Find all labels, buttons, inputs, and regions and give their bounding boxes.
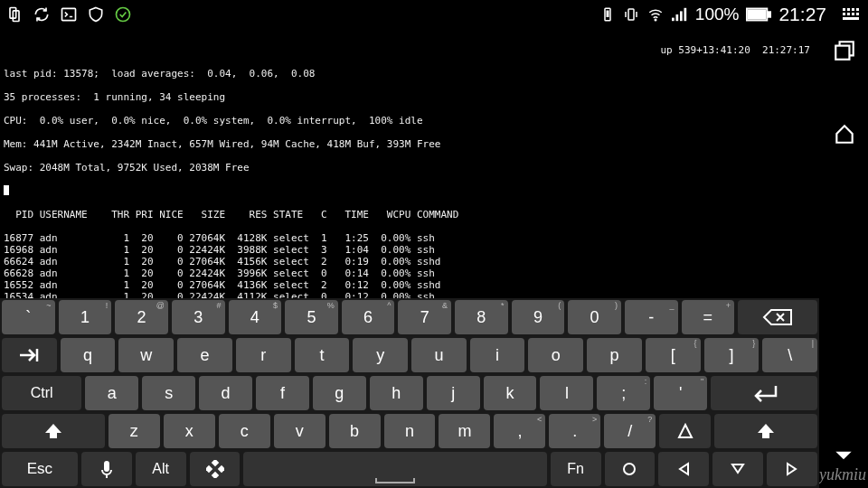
- right-key[interactable]: [767, 452, 817, 486]
- svg-point-30: [624, 464, 635, 474]
- terminal-icon: [60, 5, 78, 23]
- process-row: 16877 adn 1 20 0 27064K 4128K select 1 1…: [4, 232, 814, 244]
- key-u[interactable]: u: [411, 338, 467, 372]
- fn-key[interactable]: Fn: [551, 452, 601, 486]
- key-'[interactable]: "': [654, 376, 707, 410]
- key-f[interactable]: f: [256, 376, 309, 410]
- process-row: 16968 adn 1 20 0 22424K 3988K select 3 1…: [4, 244, 814, 256]
- space-key[interactable]: [243, 452, 546, 486]
- battery-icon: [746, 7, 771, 22]
- on-screen-keyboard: ~`!1@2#3$4%5^6&7*8(9)0_-+= qwertyuiop{[}…: [0, 298, 819, 488]
- vibrate-icon: [623, 6, 639, 23]
- backspace-key[interactable]: [738, 300, 817, 334]
- key-x[interactable]: x: [164, 414, 215, 448]
- key-v[interactable]: v: [274, 414, 326, 448]
- key--[interactable]: _-: [625, 300, 678, 334]
- key-/[interactable]: ?/: [604, 414, 656, 448]
- uptime-text: up 539+13:41:20 21:27:17: [4, 44, 814, 56]
- phone-vibrate-icon: [599, 6, 616, 23]
- key-d[interactable]: d: [199, 376, 252, 410]
- tab-key[interactable]: [2, 338, 57, 372]
- key-6[interactable]: ^6: [342, 300, 395, 334]
- svg-rect-29: [211, 472, 218, 478]
- menu-key[interactable]: [190, 452, 241, 486]
- svg-rect-5: [606, 11, 609, 18]
- key-`[interactable]: ~`: [2, 300, 55, 334]
- up-key[interactable]: [659, 414, 711, 448]
- watermark: yukmiu: [819, 465, 866, 484]
- key-5[interactable]: %5: [285, 300, 338, 334]
- ctrl-key[interactable]: Ctrl: [2, 376, 81, 410]
- key-m[interactable]: m: [439, 414, 490, 448]
- circle-key[interactable]: [605, 452, 656, 486]
- key-.[interactable]: >.: [549, 414, 600, 448]
- esc-key[interactable]: Esc: [2, 452, 78, 486]
- key-,[interactable]: <,: [494, 414, 545, 448]
- key-n[interactable]: n: [384, 414, 436, 448]
- key-e[interactable]: e: [177, 338, 232, 372]
- key-b[interactable]: b: [329, 414, 381, 448]
- system-sidebar: [821, 33, 868, 148]
- battery-percent: 100%: [695, 5, 740, 24]
- svg-rect-11: [684, 8, 686, 21]
- key-=[interactable]: +=: [682, 300, 735, 334]
- key-z[interactable]: z: [108, 414, 160, 448]
- enter-key[interactable]: [711, 376, 817, 410]
- key-j[interactable]: j: [427, 376, 480, 410]
- key-c[interactable]: c: [219, 414, 270, 448]
- process-row: 66628 adn 1 20 0 22424K 3996K select 0 0…: [4, 267, 814, 279]
- key-3[interactable]: #3: [172, 300, 225, 334]
- status-left: [5, 5, 132, 23]
- key-][interactable]: }]: [704, 338, 760, 372]
- key-[[interactable]: {[: [646, 338, 701, 372]
- home-button[interactable]: [830, 119, 859, 148]
- key-h[interactable]: h: [370, 376, 423, 410]
- keyboard-toggle-icon[interactable]: [843, 8, 863, 21]
- svg-rect-19: [843, 13, 845, 15]
- key-8[interactable]: *8: [455, 300, 508, 334]
- key-2[interactable]: @2: [115, 300, 168, 334]
- process-row: 66624 adn 1 20 0 27064K 4156K select 2 0…: [4, 256, 814, 267]
- key-k[interactable]: k: [484, 376, 537, 410]
- shift-right-key[interactable]: [714, 414, 817, 448]
- svg-point-7: [655, 19, 656, 21]
- key-4[interactable]: $4: [229, 300, 282, 334]
- mic-key[interactable]: [81, 452, 132, 486]
- shift-left-key[interactable]: [2, 414, 105, 448]
- key-a[interactable]: a: [85, 376, 138, 410]
- status-right: 100% 21:27: [599, 4, 863, 25]
- key-w[interactable]: w: [118, 338, 174, 372]
- svg-rect-2: [62, 8, 76, 20]
- key-9[interactable]: (9: [512, 300, 565, 334]
- down-key[interactable]: [712, 452, 763, 486]
- svg-rect-22: [856, 13, 859, 15]
- key-\[interactable]: |\: [762, 338, 817, 372]
- shield-icon: [87, 5, 105, 23]
- svg-rect-10: [680, 11, 683, 21]
- svg-rect-13: [769, 12, 771, 17]
- svg-rect-27: [206, 465, 212, 473]
- term-line: Mem: 441M Active, 2342M Inact, 657M Wire…: [4, 138, 814, 150]
- key-s[interactable]: s: [142, 376, 195, 410]
- recent-apps-button[interactable]: [830, 36, 859, 65]
- alt-key[interactable]: Alt: [136, 452, 186, 486]
- key-p[interactable]: p: [587, 338, 642, 372]
- svg-rect-17: [852, 8, 854, 11]
- key-;[interactable]: :;: [597, 376, 650, 410]
- svg-rect-8: [672, 18, 675, 22]
- key-q[interactable]: q: [61, 338, 116, 372]
- key-1[interactable]: !1: [59, 300, 112, 334]
- key-t[interactable]: t: [295, 338, 350, 372]
- key-i[interactable]: i: [470, 338, 525, 372]
- key-o[interactable]: o: [528, 338, 583, 372]
- svg-rect-6: [628, 9, 634, 20]
- key-7[interactable]: &7: [398, 300, 451, 334]
- clock: 21:27: [778, 4, 826, 25]
- key-r[interactable]: r: [236, 338, 291, 372]
- key-0[interactable]: )0: [568, 300, 621, 334]
- svg-rect-26: [211, 460, 218, 466]
- key-l[interactable]: l: [540, 376, 593, 410]
- left-key[interactable]: [658, 452, 709, 486]
- key-y[interactable]: y: [353, 338, 408, 372]
- key-g[interactable]: g: [313, 376, 366, 410]
